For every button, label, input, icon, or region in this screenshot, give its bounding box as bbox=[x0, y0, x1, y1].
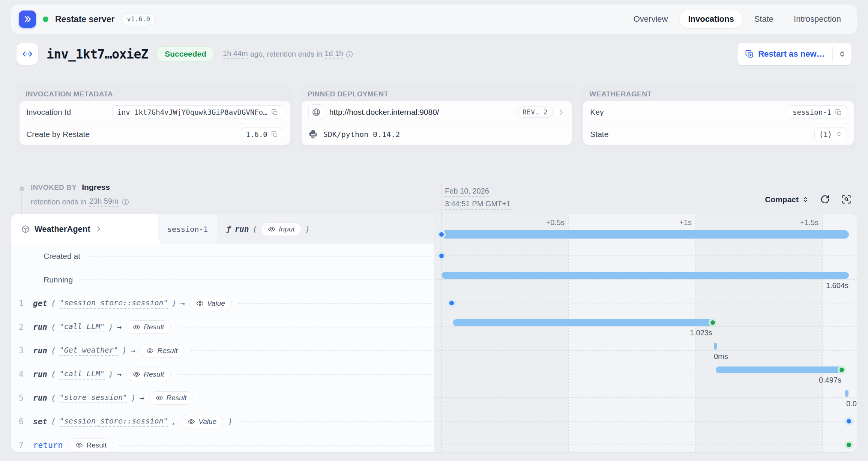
invocation-id-label: Invocation Id bbox=[26, 108, 71, 117]
result-pill[interactable]: Result bbox=[69, 438, 113, 452]
entry-arg[interactable]: "call LLM" bbox=[60, 322, 105, 332]
invocation-span-bar[interactable] bbox=[442, 230, 849, 239]
retention-countdown[interactable]: 23h 59m bbox=[89, 197, 119, 207]
globe-icon bbox=[308, 104, 324, 120]
invocation-retention[interactable]: 1d 1h bbox=[324, 49, 343, 59]
timeline-start-timestamp: Feb 10, 2026 3:44:51 PM GMT+1 bbox=[445, 187, 511, 212]
entry-span-bar[interactable] bbox=[453, 319, 713, 326]
entry-span-bar[interactable] bbox=[845, 390, 848, 397]
deployment-endpoint-row[interactable]: http://host.docker.internal:9080/ REV. 2 bbox=[302, 101, 572, 123]
state-select[interactable]: (1) bbox=[814, 128, 847, 141]
entry-arg[interactable]: "session_store::session" bbox=[60, 416, 168, 427]
tick-label: +1s bbox=[679, 218, 692, 227]
package-cube-icon bbox=[21, 225, 30, 234]
tab-invocations[interactable]: Invocations bbox=[680, 10, 742, 28]
entry-dot[interactable] bbox=[449, 301, 454, 305]
running-span-bar[interactable] bbox=[442, 272, 849, 279]
created-at-dot[interactable] bbox=[439, 254, 444, 258]
entry-complete-dot[interactable] bbox=[710, 320, 715, 325]
entry-complete-dot[interactable] bbox=[847, 443, 851, 447]
entry-span-bar[interactable] bbox=[716, 366, 842, 373]
value-pill[interactable]: Value bbox=[189, 297, 232, 310]
density-label: Compact bbox=[765, 195, 799, 204]
copy-icon[interactable] bbox=[271, 109, 278, 116]
sort-chevrons-icon bbox=[838, 50, 846, 58]
duration-label: 0ms bbox=[714, 352, 728, 361]
arrow: → bbox=[131, 346, 135, 355]
value-pill[interactable]: Value bbox=[181, 415, 223, 428]
restate-logo-icon bbox=[19, 11, 36, 28]
metadata-cards: INVOCATION METADATA Invocation Id inv_1k… bbox=[17, 83, 857, 149]
journal-entry-row: 7 return Result bbox=[11, 433, 434, 452]
input-pill[interactable]: Input bbox=[261, 222, 301, 236]
eye-icon bbox=[188, 418, 195, 425]
python-icon bbox=[308, 129, 318, 139]
tab-overview[interactable]: Overview bbox=[625, 10, 676, 28]
timeline-date[interactable]: Feb 10, 2026 bbox=[445, 187, 489, 197]
key-chip[interactable]: session-1 bbox=[788, 105, 847, 119]
deployment-endpoint: http://host.docker.internal:9080/ bbox=[329, 108, 439, 117]
journal-panel: session-1 ƒ run ( Input ) bbox=[11, 214, 857, 452]
journal-tab-service[interactable]: WeatherAgent bbox=[11, 214, 158, 244]
tick-label: +0.5s bbox=[546, 218, 565, 227]
journal-entry-row: 3 run ( "Get weather" ) → Result bbox=[11, 339, 434, 362]
restart-options-caret[interactable] bbox=[833, 43, 851, 65]
refresh-icon[interactable] bbox=[820, 194, 830, 204]
copy-icon[interactable] bbox=[835, 109, 842, 116]
arrow: → bbox=[180, 299, 185, 308]
duration-label: 0.497s bbox=[819, 376, 841, 384]
tab-state[interactable]: State bbox=[746, 10, 782, 28]
copy-icon[interactable] bbox=[271, 131, 278, 138]
result-pill[interactable]: Result bbox=[140, 344, 184, 357]
timeline-row-running: 1.604s bbox=[435, 268, 857, 291]
entry-span-bar[interactable] bbox=[714, 343, 717, 350]
timeline-controls: Compact bbox=[765, 194, 851, 204]
scan-search-icon[interactable] bbox=[841, 194, 851, 204]
created-by-chip[interactable]: 1.6.0 bbox=[241, 128, 283, 141]
sort-chevrons-icon bbox=[836, 131, 842, 137]
journal-tab-key[interactable]: session-1 bbox=[158, 214, 217, 244]
invocation-start-dot[interactable] bbox=[439, 232, 444, 237]
entry-arg[interactable]: "store session" bbox=[60, 393, 128, 403]
entry-number: 5 bbox=[19, 393, 30, 402]
restart-as-new-button[interactable]: Restart as new… bbox=[737, 43, 832, 65]
chevron-right-icon[interactable] bbox=[557, 108, 565, 116]
info-icon[interactable] bbox=[345, 50, 353, 58]
invocation-meta-text: ago, retention ends in bbox=[250, 50, 322, 59]
invoked-by-connector-line bbox=[21, 194, 22, 214]
journal-tab-handler[interactable]: ƒ run ( Input ) bbox=[217, 214, 319, 244]
entry-keyword: set bbox=[33, 417, 47, 426]
card-title: INVOCATION METADATA bbox=[20, 86, 290, 101]
card-title: WEATHERAGENT bbox=[583, 86, 854, 101]
result-pill[interactable]: Result bbox=[126, 368, 171, 381]
entry-arg[interactable]: "Get weather" bbox=[60, 345, 119, 356]
eye-icon bbox=[268, 225, 275, 233]
created-by-row: Create by Restate 1.6.0 bbox=[20, 123, 290, 145]
invoked-by-label: INVOKED BY bbox=[31, 183, 77, 192]
eye-icon bbox=[146, 347, 154, 354]
journal-breadcrumb: session-1 ƒ run ( Input ) bbox=[11, 214, 434, 244]
entry-dot[interactable] bbox=[847, 419, 851, 423]
invoked-by-dot bbox=[20, 186, 24, 191]
close-paren: ) bbox=[305, 225, 310, 234]
entry-arg[interactable]: "call LLM" bbox=[60, 369, 105, 380]
invocation-meta: 1h 44m ago, retention ends in 1d 1h bbox=[223, 49, 353, 59]
lifecycle-row-created: Created at bbox=[11, 244, 434, 268]
duration-label: 0.0 bbox=[846, 399, 857, 408]
info-icon[interactable] bbox=[122, 198, 129, 206]
result-pill[interactable]: Result bbox=[149, 391, 194, 405]
retention-prefix: retention ends in bbox=[31, 198, 86, 206]
entry-complete-dot[interactable] bbox=[839, 368, 844, 372]
pinned-deployment-card: PINNED DEPLOYMENT http://host.docker.int… bbox=[299, 83, 575, 149]
tab-introspection[interactable]: Introspection bbox=[785, 10, 849, 28]
invocation-code-icon-button[interactable] bbox=[17, 43, 38, 65]
invocation-age[interactable]: 1h 44m bbox=[223, 49, 248, 59]
invocation-id-chip[interactable]: inv_1kt7Gh4vJWjY0quwk3GiP8avDGVNFo… bbox=[112, 105, 283, 119]
density-select[interactable]: Compact bbox=[765, 195, 809, 204]
result-pill[interactable]: Result bbox=[126, 320, 171, 334]
entry-arg[interactable]: "session_store::session" bbox=[60, 298, 168, 309]
arrow: → bbox=[140, 393, 144, 402]
timeline-time[interactable]: 3:44:51 PM GMT+1 bbox=[445, 200, 511, 210]
entry-number: 7 bbox=[19, 441, 30, 450]
server-version-badge: v1.6.0 bbox=[122, 13, 156, 25]
